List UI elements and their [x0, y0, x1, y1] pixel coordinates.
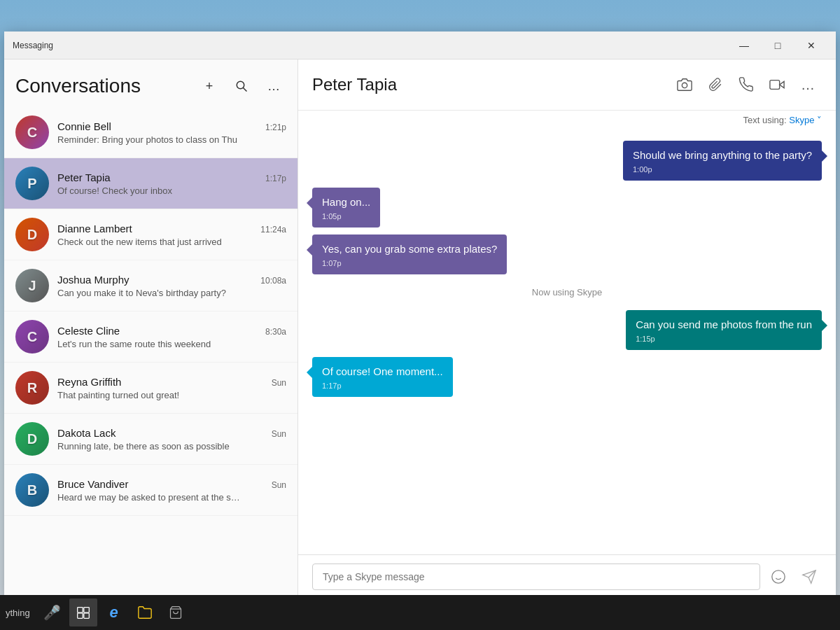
conv-info-peter-tapia: Peter Tapia 1:17p Of course! Check your … [57, 172, 286, 196]
conv-info-joshua-murphy: Joshua Murphy 10:08a Can you make it to … [57, 274, 286, 298]
avatar-reyna-griffith: R [15, 371, 49, 405]
conv-time-celeste-cline: 8:30a [265, 327, 286, 337]
message-bubble-msg1: Should we bring anything to the party? 1… [623, 141, 822, 181]
window-title: Messaging [13, 41, 728, 50]
camera-button[interactable] [671, 71, 699, 99]
conv-name-joshua-murphy: Joshua Murphy [57, 274, 130, 286]
more-options-button[interactable]: … [261, 74, 286, 99]
taskbar-explorer-icon[interactable] [131, 598, 159, 626]
svg-marker-3 [780, 81, 784, 88]
conv-time-reyna-griffith: Sun [272, 378, 286, 388]
minimize-button[interactable]: — [728, 35, 760, 56]
app-content: Conversations + … C [4, 59, 836, 598]
avatar-peter-tapia: P [15, 167, 49, 200]
taskbar-mic-icon[interactable]: 🎤 [38, 598, 66, 626]
taskbar-ie-icon[interactable]: e [100, 598, 128, 626]
svg-point-0 [237, 81, 244, 89]
avatar-dianne-lambert: D [15, 218, 49, 251]
conv-preview-joshua-murphy: Can you make it to Neva's birthday party… [57, 288, 286, 298]
chat-header-actions: … [671, 71, 822, 99]
conversation-item-dakota-lack[interactable]: D Dakota Lack Sun Running late, be there… [4, 414, 298, 465]
conv-info-connie-bell: Connie Bell 1:21p Reminder: Bring your p… [57, 120, 286, 145]
msg-text-msg2: Hang on... [322, 195, 370, 209]
emoji-button[interactable] [766, 564, 791, 589]
attach-button[interactable] [701, 71, 729, 99]
avatar-bruce-vandiver: B [15, 473, 49, 507]
conversation-item-connie-bell[interactable]: C Connie Bell 1:21p Reminder: Bring your… [4, 107, 298, 158]
conv-preview-dakota-lack: Running late, be there as soon as possib… [57, 441, 286, 451]
conv-time-peter-tapia: 1:17p [265, 174, 286, 183]
conv-name-bruce-vandiver: Bruce Vandiver [57, 478, 128, 490]
call-button[interactable] [732, 71, 760, 99]
text-using-bar: Text using: Skype ˅ [298, 111, 836, 130]
conv-preview-peter-tapia: Of course! Check your inbox [57, 186, 286, 196]
svg-point-2 [682, 83, 687, 88]
svg-rect-13 [84, 613, 90, 619]
avatar-joshua-murphy: J [15, 269, 49, 302]
conv-preview-bruce-vandiver: Heard we may be asked to present at the … [57, 492, 286, 503]
conv-info-dakota-lack: Dakota Lack Sun Running late, be there a… [57, 427, 286, 451]
avatar-connie-bell: C [15, 115, 49, 149]
conv-time-connie-bell: 1:21p [265, 122, 286, 132]
svg-point-5 [772, 570, 785, 583]
messaging-window: Messaging — □ ✕ Conversations + … [4, 31, 836, 598]
close-button[interactable]: ✕ [795, 35, 827, 56]
svg-rect-11 [84, 608, 90, 613]
msg-text-msg1: Should we bring anything to the party? [633, 148, 812, 162]
taskbar-search-text: ything [6, 608, 30, 618]
window-controls: — □ ✕ [728, 35, 827, 56]
msg-time-msg1: 1:00p [633, 165, 812, 174]
text-using-service[interactable]: Skype ˅ [789, 115, 822, 125]
chat-more-button[interactable]: … [794, 71, 822, 99]
chat-contact-name: Peter Tapia [312, 75, 671, 94]
text-using-label: Text using: [743, 115, 786, 125]
search-button[interactable] [229, 74, 254, 99]
left-panel: Conversations + … C [4, 59, 298, 598]
message-bubble-msg2: Hang on... 1:05p [312, 188, 380, 227]
conv-preview-dianne-lambert: Check out the new items that just arrive… [57, 237, 286, 247]
conversations-title: Conversations [15, 75, 190, 97]
conv-preview-connie-bell: Reminder: Bring your photos to class on … [57, 134, 286, 145]
conv-time-dakota-lack: Sun [272, 429, 286, 439]
message-bubble-msg5: Of course! One moment... 1:17p [312, 357, 453, 397]
msg-time-msg5: 1:17p [322, 382, 443, 390]
conversation-item-reyna-griffith[interactable]: R Reyna Griffith Sun That painting turne… [4, 363, 298, 414]
input-area [298, 554, 836, 598]
avatar-dakota-lack: D [15, 422, 49, 456]
conv-preview-reyna-griffith: That painting turned out great! [57, 390, 286, 400]
message-input[interactable] [312, 564, 760, 590]
conversation-list: C Connie Bell 1:21p Reminder: Bring your… [4, 107, 298, 598]
conversation-item-dianne-lambert[interactable]: D Dianne Lambert 11:24a Check out the ne… [4, 209, 298, 260]
conv-time-dianne-lambert: 11:24a [260, 225, 286, 234]
maximize-button[interactable]: □ [762, 35, 794, 56]
message-bubble-msg3: Yes, can you grab some extra plates? 1:0… [312, 234, 507, 274]
conversation-item-joshua-murphy[interactable]: J Joshua Murphy 10:08a Can you make it t… [4, 260, 298, 312]
conv-info-dianne-lambert: Dianne Lambert 11:24a Check out the new … [57, 223, 286, 247]
conversations-header: Conversations + … [4, 59, 298, 107]
conversation-item-peter-tapia[interactable]: P Peter Tapia 1:17p Of course! Check you… [4, 158, 298, 209]
msg-time-msg4: 1:15p [636, 335, 812, 343]
avatar-celeste-cline: C [15, 320, 49, 354]
chat-header: Peter Tapia [298, 59, 836, 111]
conv-info-reyna-griffith: Reyna Griffith Sun That painting turned … [57, 376, 286, 400]
video-call-button[interactable] [763, 71, 791, 99]
msg-text-msg3: Yes, can you grab some extra plates? [322, 241, 497, 256]
taskbar-store-icon[interactable] [162, 598, 190, 626]
taskbar-task-view-icon[interactable] [69, 598, 97, 626]
new-conversation-button[interactable]: + [197, 74, 222, 99]
send-button[interactable] [797, 564, 822, 589]
conv-name-peter-tapia: Peter Tapia [57, 172, 111, 183]
msg-text-msg5: Of course! One moment... [322, 364, 443, 379]
msg-text-msg4: Can you send me photos from the run [636, 317, 812, 332]
conv-name-connie-bell: Connie Bell [57, 120, 111, 132]
system-message-skype: Now using Skype [532, 281, 602, 303]
conversation-item-celeste-cline[interactable]: C Celeste Cline 8:30a Let's run the same… [4, 312, 298, 363]
conv-name-dakota-lack: Dakota Lack [57, 427, 115, 439]
svg-line-1 [243, 88, 246, 91]
conv-name-dianne-lambert: Dianne Lambert [57, 223, 132, 234]
msg-time-msg3: 1:07p [322, 259, 497, 267]
conv-info-celeste-cline: Celeste Cline 8:30a Let's run the same r… [57, 325, 286, 349]
conv-time-joshua-murphy: 10:08a [260, 276, 286, 286]
msg-time-msg2: 1:05p [322, 212, 370, 220]
conversation-item-bruce-vandiver[interactable]: B Bruce Vandiver Sun Heard we may be ask… [4, 465, 298, 516]
